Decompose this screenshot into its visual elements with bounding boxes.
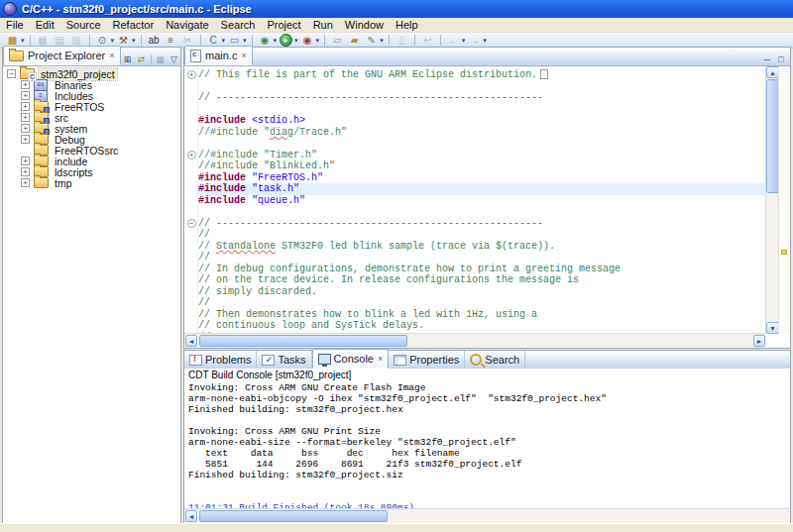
expand-icon[interactable]: + [21,113,30,122]
dropdown-arrow-icon[interactable]: ▾ [483,37,487,45]
mark-occurrences-icon[interactable]: ▯ [395,34,409,47]
code-line-6[interactable]: //#include "diag/Trace.h" [184,127,766,139]
focus-icon[interactable]: ▦ [154,53,168,65]
expand-icon[interactable]: + [21,167,30,176]
code-line-2[interactable] [184,81,766,93]
dropdown-arrow-icon[interactable]: ▾ [21,37,25,45]
menu-refactor[interactable]: Refactor [107,19,161,31]
code-line-12[interactable]: #include "queue.h" [184,195,766,207]
back-icon[interactable]: ← [446,34,461,47]
code-line-7[interactable] [184,138,766,150]
code-line-17[interactable]: // [184,252,766,264]
console-output[interactable]: Invoking: Cross ARM GNU Create Flash Ima… [184,381,790,509]
scroll-left-icon[interactable]: ◄ [185,335,197,347]
dropdown-arrow-icon[interactable]: ▾ [294,37,298,45]
scrollbar-thumb[interactable] [199,335,407,347]
dropdown-arrow-icon[interactable]: ▾ [462,37,466,45]
dropdown-arrow-icon[interactable]: ▾ [274,37,278,45]
code-line-23[interactable]: // continuous loop and SysTick delays. [184,320,766,332]
tab-properties[interactable]: Properties [389,351,465,369]
tree-item-ldscripts[interactable]: +ldscripts [3,166,180,177]
expand-icon[interactable]: + [21,102,30,111]
code-line-22[interactable]: // Then demonstrates how to blink a led … [184,309,766,321]
tree-item-freertos[interactable]: +FreeRTOS [3,101,180,112]
code-line-20[interactable]: // simply discarded. [184,286,766,298]
tab-main-c[interactable]: main.c × [184,46,253,65]
expand-icon[interactable]: + [21,80,30,89]
code-line-14[interactable]: −// ------------------------------------… [184,218,766,230]
maximize-icon[interactable]: □ [774,53,788,65]
run-icon[interactable]: ▸ [279,34,293,47]
dropdown-arrow-icon[interactable]: ▾ [132,37,136,45]
tab-problems[interactable]: Problems [184,351,257,369]
tree-item-system[interactable]: +system [3,123,180,134]
code-text-area[interactable]: +// This file is part of the GNU ARM Ecl… [184,66,766,334]
code-line-8[interactable]: +//#include "Timer.h" [184,150,766,161]
dropdown-arrow-icon[interactable]: ▾ [111,37,115,45]
menu-window[interactable]: Window [339,19,390,31]
expand-icon[interactable]: + [21,91,30,100]
warning-marker[interactable] [781,250,787,255]
tree-item-tmp[interactable]: +tmp [3,177,180,188]
annotate-icon[interactable]: ✎ [364,34,379,47]
dropdown-arrow-icon[interactable]: ▾ [380,37,384,45]
code-line-9[interactable]: //#include "BlinkLed.h" [184,160,766,172]
minimize-icon[interactable]: ─ [760,53,774,65]
close-icon[interactable]: × [109,52,114,60]
open-type-icon[interactable]: ▱ [330,34,345,47]
tab-tasks[interactable]: Tasks [257,351,311,369]
code-line-15[interactable]: // [184,229,766,241]
fold-expand-icon[interactable]: + [187,70,196,79]
last-edit-location-icon[interactable]: ↩ [420,34,435,47]
menu-project[interactable]: Project [261,19,306,31]
collapse-icon[interactable]: − [7,69,16,78]
tree-item-src[interactable]: +src [3,112,180,123]
scroll-left-icon[interactable]: ◄ [185,510,197,522]
open-resource-icon[interactable]: ▰ [347,34,362,47]
menu-file[interactable]: File [0,19,30,31]
expand-icon[interactable]: + [21,124,30,133]
expand-icon[interactable]: + [21,178,30,187]
code-line-11[interactable]: #include "task.h" [184,183,766,195]
tree-item-include[interactable]: +include [3,156,180,166]
fold-collapse-icon[interactable]: − [187,219,196,228]
close-icon[interactable]: × [378,355,383,364]
view-menu-icon[interactable]: ▽ [168,53,181,65]
menu-source[interactable]: Source [60,19,107,31]
overview-ruler[interactable] [778,66,790,334]
code-line-3[interactable]: // -------------------------------------… [184,92,766,104]
close-icon[interactable]: × [241,52,246,60]
tab-search[interactable]: Search [465,351,525,369]
code-line-16[interactable]: // Standalone STM32F0 led blink sample (… [184,241,766,253]
search-text-icon[interactable]: ab [147,34,162,47]
menu-help[interactable]: Help [390,19,424,31]
code-line-21[interactable]: // [184,297,766,309]
code-line-10[interactable]: #include "FreeRTOS.h" [184,172,766,184]
scroll-right-icon[interactable]: ► [753,335,765,347]
dropdown-arrow-icon[interactable]: ▾ [222,37,226,45]
code-line-1[interactable]: +// This file is part of the GNU ARM Ecl… [184,69,766,81]
menu-search[interactable]: Search [215,19,262,31]
tree-item-debug[interactable]: +Debug [3,134,180,145]
code-line-4[interactable] [184,104,766,116]
expand-icon[interactable]: + [21,157,30,165]
dropdown-arrow-icon[interactable]: ▾ [316,37,320,45]
console-horizontal-scrollbar[interactable]: ◄ [184,508,790,523]
tree-item-includes[interactable]: +≡Includes [3,90,180,101]
profile-icon[interactable]: ◉ [300,34,315,47]
expand-icon[interactable]: + [21,135,30,144]
tree-item-freertossrc[interactable]: FreeRTOSsrc [3,145,180,156]
code-line-13[interactable] [184,206,766,218]
tab-console[interactable]: Console× [312,349,390,369]
tree-item-stm32f0_project[interactable]: −stm32f0_project [3,68,180,79]
menu-run[interactable]: Run [307,19,339,31]
link-with-editor-icon[interactable]: ⇄ [135,53,149,65]
editor-vertical-scrollbar[interactable]: ▲ ▼ [765,66,779,334]
menu-navigate[interactable]: Navigate [160,19,214,31]
debug-icon[interactable]: ◉ [258,34,273,47]
rebuild-index-icon[interactable]: ≡ [164,34,178,47]
scrollbar-thumb[interactable] [199,510,388,522]
code-line-5[interactable]: #include <stdio.h> [184,115,766,127]
forward-icon[interactable]: → [467,34,482,47]
editor-horizontal-scrollbar[interactable]: ◄ ► [184,333,766,348]
